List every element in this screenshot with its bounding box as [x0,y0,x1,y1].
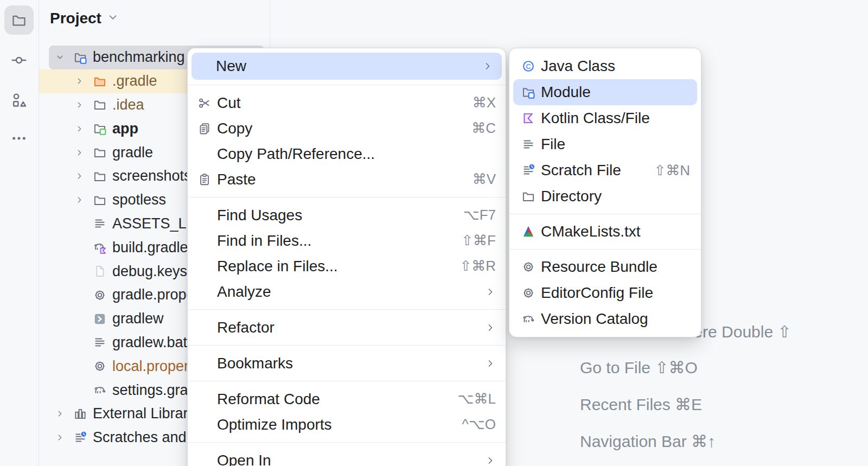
menu-item-replace-in-files[interactable]: Replace in Files... ⇧⌘R [188,253,506,279]
submenu-item-directory[interactable]: Directory [509,183,701,209]
menu-separator [188,381,506,381]
menu-item-label: EditorConfig File [541,284,690,302]
menu-item-find-in-files[interactable]: Find in Files... ⇧⌘F [188,228,506,253]
menu-item-copy[interactable]: Copy ⌘C [188,116,506,141]
more-tools-button[interactable] [4,124,34,153]
menu-item-label: Module [541,84,690,101]
menu-item-reformat-code[interactable]: Reformat Code ⌥⌘L [188,386,506,412]
menu-item-label: Kotlin Class/File [541,110,690,127]
hint-go-to-file: Go to File ⇧⌘O [580,358,698,377]
folder-icon [93,193,107,207]
library-icon [73,407,87,421]
menu-shortcut: ⌥F7 [463,207,496,224]
text-file-icon [93,216,107,231]
gear-icon [521,260,535,274]
submenu-item-module[interactable]: Module [513,79,697,105]
structure-icon [10,91,28,108]
menu-shortcut: ^⌥O [462,416,496,433]
menu-separator [188,197,506,197]
chevron-right-icon[interactable] [75,193,84,207]
menu-item-label: Refactor [217,319,474,336]
submenu-item-scratch-file[interactable]: Scratch File ⇧⌘N [509,157,701,183]
kotlin-icon [521,111,535,125]
submenu-arrow-icon [482,61,493,72]
tree-item-label: screenshots [112,168,192,184]
menu-item-label: File [541,136,690,153]
tree-item-label: local.proper [112,358,189,375]
chevron-right-icon[interactable] [55,407,65,421]
menu-item-label: Analyze [217,283,474,301]
commit-tool-button[interactable] [4,46,34,75]
menu-shortcut: ⌘V [473,171,496,188]
menu-item-label: New [216,58,471,75]
hint-recent-files: Recent Files ⌘E [580,395,702,414]
menu-item-bookmarks[interactable]: Bookmarks [188,350,506,376]
hint-navigation-bar: Navigation Bar ⌘↑ [580,432,716,451]
menu-item-label: Find in Files... [217,232,450,250]
menu-item-cut[interactable]: Cut ⌘X [188,90,506,116]
ide-window: Project benchmarking .gradle .idea [0,0,868,466]
menu-item-label: Optimize Imports [217,416,451,433]
menu-item-find-usages[interactable]: Find Usages ⌥F7 [188,202,506,228]
chevron-right-icon[interactable] [55,431,65,445]
structure-tool-button[interactable] [4,85,34,114]
text-file-icon [93,335,107,349]
scratch-file-icon [521,163,535,177]
menu-item-new[interactable]: New [192,53,502,80]
gear-icon [93,288,107,302]
context-menu: New Cut ⌘X Copy ⌘C Copy Path/Reference..… [187,48,506,466]
menu-separator [509,214,701,214]
submenu-item-version-catalog[interactable]: Version Catalog [509,306,701,332]
submenu-arrow-icon [485,322,496,333]
menu-item-optimize-imports[interactable]: Optimize Imports ^⌥O [188,412,506,437]
gradle-kts-file-icon [93,240,107,254]
chevron-right-icon[interactable] [75,122,84,136]
new-submenu: Java Class Module Kotlin Class/File File… [509,48,701,337]
chevron-down-icon[interactable] [55,50,65,65]
menu-item-open-in[interactable]: Open In [188,448,506,466]
menu-separator [188,85,506,85]
menu-item-analyze[interactable]: Analyze [188,279,506,304]
submenu-item-cmakelists[interactable]: CMakeLists.txt [509,219,701,245]
tree-item-label: build.gradle. [112,239,192,256]
submenu-arrow-icon [485,358,496,369]
chevron-right-icon[interactable] [75,169,84,183]
scratches-icon [73,431,87,445]
folder-icon [521,189,535,203]
chevron-right-icon[interactable] [75,98,84,112]
menu-item-label: Copy Path/Reference... [217,145,496,163]
submenu-item-kotlin-class[interactable]: Kotlin Class/File [509,105,701,131]
submenu-item-java-class[interactable]: Java Class [509,53,701,79]
chevron-right-icon[interactable] [75,74,84,88]
tree-item-label: debug.keyst [112,263,192,280]
menu-shortcut: ⌥⌘L [458,391,496,407]
menu-separator [188,345,506,346]
folder-icon [11,12,27,28]
project-tool-button[interactable] [4,5,34,35]
menu-shortcut: ⇧⌘F [461,232,496,249]
submenu-item-resource-bundle[interactable]: Resource Bundle [509,254,701,280]
tree-item-label: .gradle [112,73,157,90]
menu-item-refactor[interactable]: Refactor [188,315,506,340]
more-icon [10,130,28,147]
chevron-right-icon[interactable] [75,145,84,159]
menu-item-copy-path[interactable]: Copy Path/Reference... [188,141,506,167]
text-file-icon [521,137,535,151]
menu-shortcut: ⇧⌘R [459,258,496,275]
menu-shortcut: ⌘C [471,120,496,137]
gear-icon [93,359,107,373]
submenu-item-file[interactable]: File [509,131,701,157]
menu-item-paste[interactable]: Paste ⌘V [188,167,506,192]
submenu-arrow-icon [485,286,496,297]
folder-icon [93,169,107,183]
menu-item-label: Reformat Code [217,391,447,408]
menu-item-label: Resource Bundle [541,258,690,276]
menu-shortcut: ⌘X [473,94,496,111]
chevron-down-icon[interactable] [107,11,119,25]
submenu-item-editorconfig[interactable]: EditorConfig File [509,280,701,306]
tree-item-label: Scratches and [93,429,187,446]
tree-item-label: gradle.prope [112,286,195,303]
module-folder-icon [521,85,535,99]
copy-icon [197,122,212,136]
project-panel-header[interactable]: Project [50,10,119,27]
